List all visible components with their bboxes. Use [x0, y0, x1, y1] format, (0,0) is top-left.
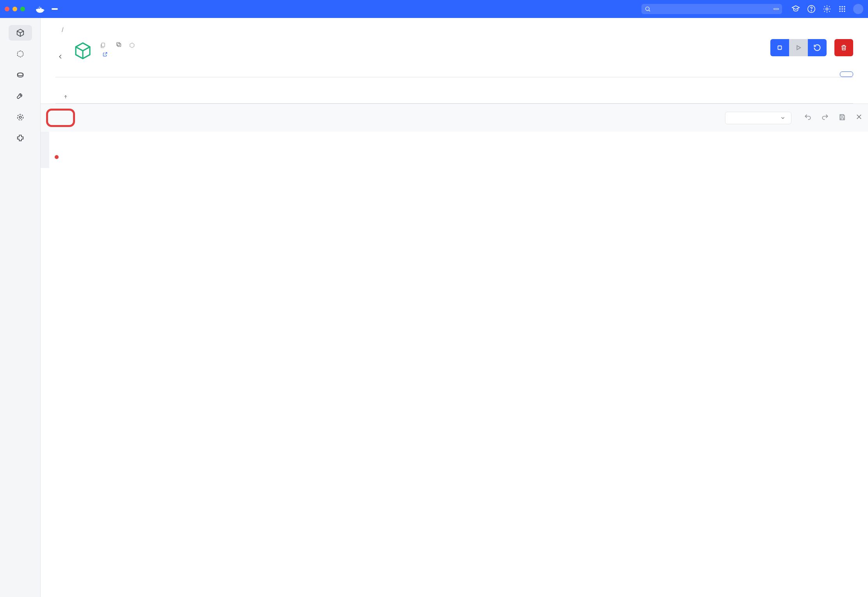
breadcrumb-separator: /: [62, 27, 63, 34]
svg-point-21: [17, 114, 23, 120]
brand-logo: [35, 5, 58, 13]
svg-point-10: [839, 6, 841, 7]
titlebar: [0, 0, 868, 18]
svg-point-11: [841, 6, 843, 7]
nav-docker-scout[interactable]: [9, 109, 32, 125]
copy-id-button[interactable]: [116, 41, 122, 49]
nav-volumes[interactable]: [9, 67, 32, 83]
svg-rect-2: [39, 8, 40, 9]
code-editor[interactable]: [41, 132, 868, 168]
search-input[interactable]: [654, 5, 770, 13]
save-button[interactable]: [838, 113, 846, 122]
back-button[interactable]: [55, 50, 66, 64]
close-icon: [855, 113, 863, 120]
svg-point-9: [826, 8, 828, 10]
start-button-disabled: [789, 39, 808, 56]
nav-extensions[interactable]: [9, 130, 32, 146]
svg-point-20: [19, 116, 21, 118]
delete-button[interactable]: [834, 39, 853, 56]
help-icon[interactable]: [807, 5, 816, 13]
svg-point-16: [839, 11, 841, 12]
sort-asc-icon: [63, 95, 68, 99]
window-close-button[interactable]: [5, 7, 9, 11]
window-minimize-button[interactable]: [13, 7, 17, 11]
annotation-highlight-code: [55, 155, 59, 159]
close-editor-button[interactable]: [855, 113, 863, 122]
chevron-down-icon: [780, 115, 786, 121]
svg-point-19: [17, 73, 23, 76]
svg-rect-23: [118, 43, 121, 46]
settings-icon[interactable]: [823, 5, 831, 13]
svg-point-15: [844, 8, 845, 9]
layers-icon: [100, 42, 106, 48]
port-link[interactable]: [100, 52, 138, 57]
svg-line-6: [649, 10, 650, 11]
code-content[interactable]: [49, 132, 868, 168]
svg-point-14: [841, 8, 843, 9]
line-gutter: [41, 132, 49, 168]
language-select[interactable]: [725, 112, 791, 124]
nav-dev-environments[interactable]: [9, 88, 32, 104]
svg-point-12: [844, 6, 845, 7]
apps-grid-icon[interactable]: [838, 5, 846, 13]
svg-rect-25: [778, 46, 782, 50]
external-link-icon: [102, 52, 108, 57]
svg-rect-1: [38, 8, 39, 9]
user-avatar[interactable]: [853, 4, 863, 14]
docker-whale-icon: [35, 5, 45, 13]
container-icon: [73, 41, 92, 61]
image-outline-icon: [129, 42, 135, 48]
svg-marker-26: [797, 46, 800, 50]
restart-button[interactable]: [808, 39, 827, 56]
tier-badge: [52, 8, 58, 10]
stop-button[interactable]: [770, 39, 789, 56]
annotation-highlight-path: [46, 109, 75, 127]
svg-point-5: [646, 7, 649, 11]
search-icon: [645, 6, 651, 12]
window-zoom-button[interactable]: [20, 7, 25, 11]
file-browser: [55, 91, 853, 104]
svg-point-17: [841, 11, 843, 12]
chevron-left-icon: [58, 52, 63, 61]
redo-button[interactable]: [821, 113, 829, 122]
nav-containers[interactable]: [9, 25, 32, 41]
svg-point-18: [844, 11, 845, 12]
breadcrumb: /: [55, 27, 853, 34]
search-shortcut: [773, 8, 779, 10]
editor-file-path: [55, 111, 66, 124]
hide-file-editor-button[interactable]: [840, 71, 853, 77]
global-search[interactable]: [641, 4, 782, 14]
editor-header: [41, 104, 868, 132]
undo-button[interactable]: [804, 113, 812, 122]
svg-rect-0: [37, 8, 38, 9]
svg-point-13: [839, 8, 841, 9]
nav-sidebar: [0, 18, 41, 597]
svg-point-8: [811, 11, 811, 11]
nav-images[interactable]: [9, 46, 32, 62]
window-controls: [5, 7, 25, 11]
svg-rect-3: [38, 7, 39, 7]
svg-rect-4: [39, 7, 40, 7]
container-actions: [770, 39, 853, 56]
svg-rect-22: [102, 43, 105, 46]
learning-icon[interactable]: [791, 5, 800, 13]
svg-rect-24: [117, 43, 120, 46]
